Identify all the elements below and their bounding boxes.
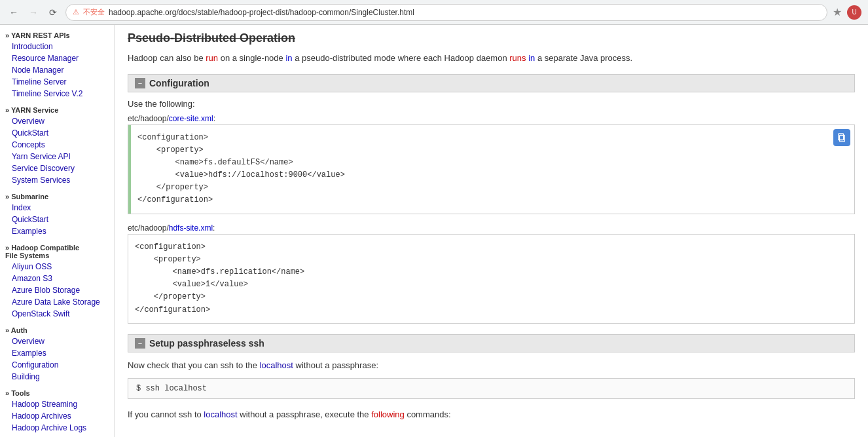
back-button[interactable]: ← <box>7 5 21 20</box>
sidebar-item-hadoop-archive-logs[interactable]: Hadoop Archive Logs <box>0 422 114 434</box>
hdfs-site-code: <configuration> <property> <name>dfs.rep… <box>128 235 854 323</box>
ssh-section-bar[interactable]: − Setup passphraseless ssh <box>128 334 855 352</box>
sidebar-item-auth-examples[interactable]: Examples <box>0 347 114 359</box>
core-site-path: etc/hadoop/core-site.xml: <box>128 114 855 123</box>
sidebar-item-quickstart[interactable]: QuickStart <box>0 127 114 139</box>
hdfs-site-path: etc/hadoop/hdfs-site.xml: <box>128 223 855 233</box>
url-text: hadoop.apache.org/docs/stable/hadoop-pro… <box>109 8 414 17</box>
sidebar-item-aliyun-oss[interactable]: Aliyun OSS <box>0 261 114 273</box>
content-area: Pseudo-Distributed Operation Hadoop can … <box>115 25 868 437</box>
sidebar-item-node-manager[interactable]: Node Manager <box>0 64 114 76</box>
sidebar-section-yarn-service[interactable]: YARN Service <box>0 104 114 115</box>
sidebar-section-submarine[interactable]: Submarine <box>0 190 114 202</box>
copy-icon-svg <box>837 133 846 142</box>
sidebar-item-azure-data-lake[interactable]: Azure Data Lake Storage <box>0 296 114 308</box>
collapse-icon: − <box>135 78 145 88</box>
localhost-link2[interactable]: localhost <box>204 409 237 419</box>
sidebar-item-hadoop-streaming[interactable]: Hadoop Streaming <box>0 398 114 410</box>
check-ssh-text: Now check that you can ssh to the localh… <box>128 359 855 372</box>
localhost-link[interactable]: localhost <box>260 360 293 370</box>
cannot-ssh-text: If you cannot ssh to localhost without a… <box>128 408 855 421</box>
ssh-command-block: $ ssh localhost <box>128 378 855 399</box>
security-label: 不安全 <box>83 7 105 17</box>
sidebar-item-quickstart-submarine[interactable]: QuickStart <box>0 214 114 225</box>
intro-in: in <box>285 53 292 63</box>
core-site-code-block: <configuration> <property> <name>fs.defa… <box>128 124 855 214</box>
hdfs-site-filename: hdfs-site.xml <box>169 223 213 233</box>
sidebar-item-auth-overview[interactable]: Overview <box>0 335 114 347</box>
sidebar-item-introduction[interactable]: Introduction <box>0 41 114 52</box>
sidebar-item-overview[interactable]: Overview <box>0 115 114 127</box>
security-icon: ⚠ <box>73 8 79 16</box>
sidebar-item-yarn-service-api[interactable]: Yarn Service API <box>0 151 114 162</box>
page-heading: Pseudo-Distributed Operation <box>128 31 855 45</box>
configuration-section-bar[interactable]: − Configuration <box>128 74 855 92</box>
sidebar-item-timeline-service-v2[interactable]: Timeline Service V.2 <box>0 88 114 100</box>
sidebar-section-yarn-rest-apis[interactable]: YARN REST APIs <box>0 29 114 41</box>
use-following-text: Use the following: <box>128 99 855 109</box>
intro-run: run <box>206 53 218 63</box>
forward-button[interactable]: → <box>26 5 41 20</box>
bookmark-button[interactable]: ★ <box>833 6 842 18</box>
sidebar-item-openstack-swift[interactable]: OpenStack Swift <box>0 308 114 320</box>
sidebar-item-index[interactable]: Index <box>0 202 114 214</box>
sidebar-item-service-discovery[interactable]: Service Discovery <box>0 162 114 174</box>
sidebar-item-hadoop-archives[interactable]: Hadoop Archives <box>0 410 114 422</box>
browser-toolbar: ← → ⟳ ⚠ 不安全 hadoop.apache.org/docs/stabl… <box>0 0 868 25</box>
sidebar-section-hadoop-compatible[interactable]: Hadoop CompatibleFile Systems <box>0 241 114 261</box>
sidebar: YARN REST APIs Introduction Resource Man… <box>0 25 115 437</box>
sidebar-item-examples[interactable]: Examples <box>0 225 114 237</box>
sidebar-item-timeline-server[interactable]: Timeline Server <box>0 76 114 88</box>
main-area: YARN REST APIs Introduction Resource Man… <box>0 25 868 437</box>
sidebar-item-concepts[interactable]: Concepts <box>0 139 114 151</box>
avatar: U <box>847 5 861 20</box>
ssh-collapse-icon: − <box>135 338 145 349</box>
hdfs-site-code-block: <configuration> <property> <name>dfs.rep… <box>128 234 855 324</box>
intro-runs: runs <box>509 53 526 63</box>
sidebar-item-auth-building[interactable]: Building <box>0 371 114 383</box>
refresh-button[interactable]: ⟳ <box>46 5 60 20</box>
sidebar-item-system-services[interactable]: System Services <box>0 174 114 186</box>
core-site-left-border <box>128 125 131 214</box>
sidebar-item-amazon-s3[interactable]: Amazon S3 <box>0 273 114 284</box>
sidebar-item-azure-blob[interactable]: Azure Blob Storage <box>0 284 114 296</box>
sidebar-section-tools[interactable]: Tools <box>0 387 114 398</box>
following-text-span: following <box>371 409 405 419</box>
ssh-section-title: Setup passphraseless ssh <box>149 338 264 349</box>
sidebar-item-resource-manager[interactable]: Resource Manager <box>0 52 114 64</box>
core-site-code: <configuration> <property> <name>fs.defa… <box>128 125 854 214</box>
core-site-filename: core-site.xml <box>169 114 213 123</box>
intro-in2: in <box>528 53 535 63</box>
copy-button-core-site[interactable] <box>833 129 850 146</box>
sidebar-item-auth-configuration[interactable]: Configuration <box>0 359 114 371</box>
sidebar-section-auth[interactable]: Auth <box>0 324 114 335</box>
address-bar[interactable]: ⚠ 不安全 hadoop.apache.org/docs/stable/hado… <box>65 4 827 21</box>
intro-paragraph: Hadoop can also be run on a single-node … <box>128 52 855 65</box>
configuration-title: Configuration <box>149 78 209 88</box>
